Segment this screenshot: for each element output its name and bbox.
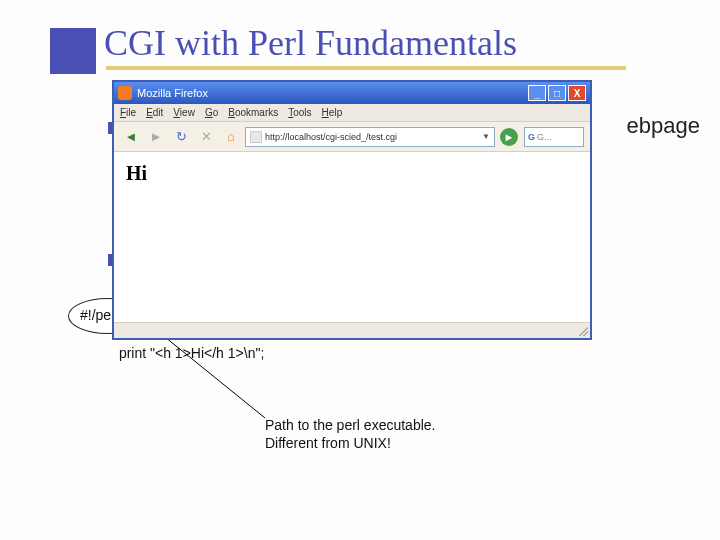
menu-edit[interactable]: Edit [146,107,163,118]
title-accent-square [50,28,96,74]
search-box[interactable]: G G... [524,127,584,147]
close-icon: X [574,88,581,99]
menu-tools[interactable]: Tools [288,107,311,118]
code-shebang: #!/pe [80,307,111,323]
search-engine-icon: G [528,132,535,142]
go-button[interactable]: ► [500,128,518,146]
firefox-icon [118,86,132,100]
browser-window: Mozilla Firefox _ □ X File Edit View Go … [112,80,592,340]
back-button[interactable]: ◄ [120,126,142,148]
maximize-icon: □ [554,88,560,99]
code-print: print "<h 1>Hi</h 1>\n"; [119,345,264,361]
menu-bar: File Edit View Go Bookmarks Tools Help [114,104,590,122]
annotation-line-1: Path to the perl executable. [265,416,435,434]
occluded-text-fragment: ebpage [627,113,700,139]
search-placeholder: G... [537,132,552,142]
title-underline [106,66,626,70]
close-button[interactable]: X [568,85,586,101]
window-titlebar[interactable]: Mozilla Firefox _ □ X [114,82,590,104]
forward-button[interactable]: ► [145,126,167,148]
maximize-button[interactable]: □ [548,85,566,101]
home-icon: ⌂ [227,129,235,144]
slide-area: CGI with Perl Fundamentals ebpage #!/pe … [50,28,690,508]
stop-icon: ✕ [201,129,212,144]
window-title: Mozilla Firefox [137,87,208,99]
menu-file[interactable]: File [120,107,136,118]
menu-bookmarks[interactable]: Bookmarks [228,107,278,118]
back-icon: ◄ [125,129,138,144]
menu-go[interactable]: Go [205,107,218,118]
address-url: http://localhost/cgi-scied_/test.cgi [265,132,397,142]
reload-button[interactable]: ↻ [170,126,192,148]
minimize-button[interactable]: _ [528,85,546,101]
go-icon: ► [504,131,515,143]
toolbar: ◄ ► ↻ ✕ ⌂ http://localhost/cgi-scied_/te… [114,122,590,152]
stop-button[interactable]: ✕ [195,126,217,148]
status-bar [114,322,590,338]
address-bar[interactable]: http://localhost/cgi-scied_/test.cgi ▼ [245,127,495,147]
menu-view[interactable]: View [173,107,195,118]
page-icon [250,131,262,143]
page-heading: Hi [126,162,578,185]
forward-icon: ► [150,129,163,144]
reload-icon: ↻ [176,129,187,144]
resize-grip[interactable] [578,326,588,336]
address-dropdown-icon[interactable]: ▼ [482,132,490,141]
slide-title: CGI with Perl Fundamentals [104,22,517,64]
menu-help[interactable]: Help [322,107,343,118]
annotation-line-2: Different from UNIX! [265,434,435,452]
home-button[interactable]: ⌂ [220,126,242,148]
page-content: Hi [114,152,590,195]
annotation: Path to the perl executable. Different f… [265,416,435,452]
minimize-icon: _ [534,88,540,99]
